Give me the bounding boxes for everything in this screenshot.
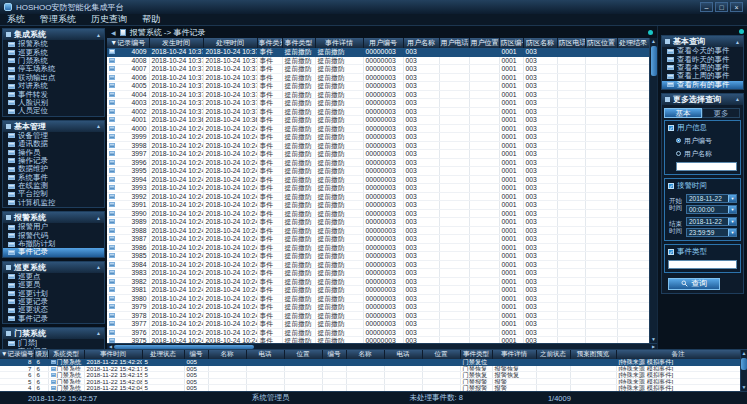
column-header[interactable]: 事件类型 (282, 38, 315, 48)
column-header[interactable]: 用户名称 (403, 38, 439, 48)
column-header[interactable]: ▼记录编号 (0, 350, 34, 359)
table-row[interactable]: 3999 2018-10-24 10:24:54 2018-10-24 10:2… (107, 133, 649, 142)
collapse-arrow-icon[interactable]: ▲ (96, 123, 101, 129)
sidebar-item[interactable]: 巡更计划 (3, 289, 104, 297)
column-header[interactable]: 之前状态 (536, 350, 570, 359)
table-row[interactable]: 3989 2018-10-24 10:24:50 2018-10-24 10:2… (107, 218, 649, 227)
sidebar-item[interactable]: 平台控制 (3, 190, 104, 198)
table-row[interactable]: 3983 2018-10-24 10:24:44 2018-10-24 10:2… (107, 269, 649, 278)
column-header[interactable]: 事件时间 (84, 350, 142, 359)
close-button[interactable]: × (730, 2, 743, 12)
column-header[interactable]: 防区名称 (523, 38, 557, 48)
column-header[interactable]: 用户电话 (439, 38, 469, 48)
table-row[interactable]: 3978 2018-10-24 10:24:39 2018-10-24 10:2… (107, 311, 649, 320)
table-row[interactable]: 3981 2018-10-24 10:24:42 2018-10-24 10:2… (107, 286, 649, 295)
sidebar-item[interactable]: 事件记录 (3, 248, 104, 256)
column-header[interactable]: 处理结果 (617, 38, 649, 48)
tab-more[interactable]: 更多 (702, 108, 740, 118)
sidebar-item[interactable]: 联动输出点 (3, 74, 104, 82)
maximize-button[interactable]: □ (715, 2, 728, 12)
event-type-input[interactable] (668, 260, 737, 269)
query-button[interactable]: 查询 (668, 278, 720, 290)
collapse-arrow-icon[interactable]: ▲ (96, 330, 101, 336)
sidebar-item[interactable]: 人脸识别 (3, 99, 104, 107)
spinner-icon[interactable]: ▼ (728, 206, 736, 213)
checkbox-checked-icon[interactable]: ✓ (668, 249, 674, 255)
table-row[interactable]: 3976 2018-10-24 10:24:37 2018-10-24 10:2… (107, 328, 649, 337)
sidebar-item[interactable]: 巡更系统 (3, 48, 104, 56)
collapse-arrow-icon[interactable]: ▲ (735, 96, 740, 102)
column-header[interactable]: 电话 (384, 350, 422, 359)
column-header[interactable]: 事件详情 (492, 350, 536, 359)
table-row[interactable]: 3986 2018-10-24 10:24:47 2018-10-24 10:2… (107, 243, 649, 252)
table-row[interactable]: 4007 2018-10-24 10:37:02 2018-10-24 10:3… (107, 65, 649, 74)
sidebar-item[interactable]: 操作员 (3, 148, 104, 156)
column-header[interactable]: 防区位置 (585, 38, 617, 48)
sidebar-item[interactable]: 操作记录 (3, 157, 104, 165)
column-header[interactable]: 位置 (422, 350, 460, 359)
table-row[interactable]: 3992 2018-10-24 10:24:51 2018-10-24 10:2… (107, 192, 649, 201)
column-header[interactable]: 事件类型 (460, 350, 492, 359)
scrollbar-thumb[interactable] (741, 358, 747, 370)
sidebar-item[interactable]: 事件记录 (3, 315, 104, 323)
scrollbar-thumb[interactable] (114, 345, 254, 349)
table-row[interactable]: 3997 2018-10-24 10:24:54 2018-10-24 10:2… (107, 150, 649, 159)
table-row[interactable]: 4008 2018-10-24 10:37:02 2018-10-24 10:3… (107, 56, 649, 65)
column-header[interactable]: 名称 (346, 350, 384, 359)
sidebar-item[interactable]: 系统事件 (3, 173, 104, 181)
column-header[interactable]: 事件类别 (257, 38, 282, 48)
section-header[interactable]: 巡更系统 ▲ (3, 262, 104, 273)
table-row[interactable]: 3995 2018-10-24 10:24:54 2018-10-24 10:2… (107, 167, 649, 176)
sidebar-item[interactable]: 数据维护 (3, 165, 104, 173)
sidebar-item[interactable]: 报警系统 (3, 40, 104, 48)
start-date-picker[interactable]: 2018-11-22 ▼ (686, 194, 737, 203)
collapse-arrow-icon[interactable]: ▲ (96, 32, 101, 38)
spinner-icon[interactable]: ▼ (728, 229, 736, 236)
column-header[interactable]: 编号 (184, 350, 208, 359)
menu-item[interactable]: 帮助 (142, 13, 160, 26)
sidebar-item[interactable]: 计算机监控 (3, 199, 104, 207)
tab-basic[interactable]: 基本 (664, 108, 702, 118)
event-type-checkbox[interactable]: ✓ 事件类型 (668, 247, 737, 257)
time-checkbox[interactable]: ✓ 接警时间 (668, 181, 737, 191)
table-row[interactable]: 3977 2018-10-24 10:24:38 2018-10-24 10:2… (107, 320, 649, 329)
table-row[interactable]: 3994 2018-10-24 10:24:52 2018-10-24 10:2… (107, 175, 649, 184)
column-header[interactable]: 发生时间 (149, 38, 203, 48)
column-header[interactable]: 备注 (616, 350, 740, 359)
table-row[interactable]: 3996 2018-10-24 10:24:54 2018-10-24 10:2… (107, 158, 649, 167)
query-shortcut-item[interactable]: 查看所有的事件 (662, 81, 743, 89)
table-row[interactable]: 3993 2018-10-24 10:24:52 2018-10-24 10:2… (107, 184, 649, 193)
column-header[interactable]: 事件详情 (315, 38, 363, 48)
section-header[interactable]: 报警系统 ▲ (3, 212, 104, 223)
user-info-checkbox[interactable]: ✓ 用户信息 (668, 123, 737, 133)
sidebar-item[interactable]: 巡更员 (3, 281, 104, 289)
table-row[interactable]: 3985 2018-10-24 10:24:46 2018-10-24 10:2… (107, 252, 649, 261)
user-no-radio[interactable]: 用户编号 (676, 136, 737, 146)
radio-icon[interactable] (676, 138, 681, 143)
user-name-radio[interactable]: 用户名称 (676, 149, 737, 159)
table-row[interactable]: 3991 2018-10-24 10:24:51 2018-10-24 10:2… (107, 201, 649, 210)
scroll-up-icon[interactable]: ▲ (651, 38, 656, 45)
scroll-down-icon[interactable]: ▼ (651, 336, 656, 343)
column-header[interactable]: 用户位置 (469, 38, 499, 48)
sidebar-item[interactable]: 设备管理 (3, 132, 104, 140)
column-header[interactable]: 防区编号 (499, 38, 523, 48)
calendar-dropdown-icon[interactable]: ▼ (728, 195, 736, 202)
sidebar-item[interactable]: 在线监测 (3, 182, 104, 190)
column-header[interactable]: 防区电话 (557, 38, 585, 48)
column-header[interactable]: 级别 (34, 350, 48, 359)
collapse-arrow-icon[interactable]: ▲ (96, 264, 101, 270)
calendar-dropdown-icon[interactable]: ▼ (728, 218, 736, 225)
sidebar-item[interactable]: 通讯数据 (3, 140, 104, 148)
table-row[interactable]: 3990 2018-10-24 10:24:50 2018-10-24 10:2… (107, 209, 649, 218)
sidebar-item[interactable]: 巡更记录 (3, 298, 104, 306)
table-row[interactable]: 3982 2018-10-24 10:24:43 2018-10-24 10:2… (107, 277, 649, 286)
sidebar-item[interactable]: 门禁系统 (3, 57, 104, 65)
end-date-picker[interactable]: 2018-11-22 ▼ (686, 217, 737, 226)
scrollbar-thumb[interactable] (651, 46, 657, 76)
table-row[interactable]: 4003 2018-10-24 10:37:00 2018-10-24 10:3… (107, 99, 649, 108)
sidebar-item[interactable]: 布撤防计划 (3, 240, 104, 248)
sidebar-item[interactable]: 停车场系统 (3, 65, 104, 73)
column-header[interactable]: 用户编号 (363, 38, 403, 48)
menu-item[interactable]: 系统 (7, 13, 25, 26)
